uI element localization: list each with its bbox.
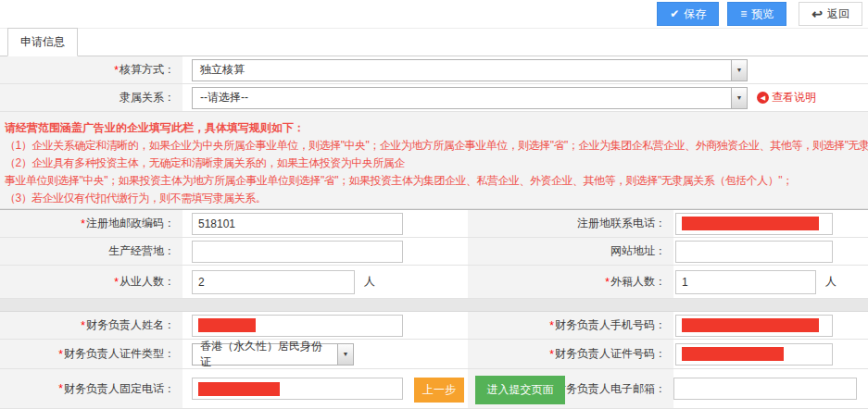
save-button-label: 保存 [684, 6, 706, 22]
list-icon: ≡ [740, 8, 747, 19]
affiliation-instructions: 请经营范围涵盖广告业的企业填写此栏，具体填写规则如下： （1）企业关系确定和清晰… [0, 112, 868, 209]
affiliation-select[interactable]: --请选择-- ▼ [192, 87, 748, 109]
affiliation-value: --请选择-- [193, 90, 731, 105]
row-employee-counts: * 从业人数： 人 * 外籍人数： 人 [0, 266, 868, 299]
row-postal-phone: * 注册地邮政编码： 注册地联系电话： [0, 209, 868, 238]
required-mark: * [58, 382, 63, 395]
return-arrow-icon: ↩ [811, 7, 823, 20]
row-finance-id: * 财务负责人证件类型： 香港（永久性）居民身份证 ▼ * 财务负责人证件号码： [0, 340, 868, 369]
required-mark: * [549, 319, 554, 332]
dropdown-arrow-icon[interactable]: ▼ [731, 60, 747, 81]
redaction-block [198, 318, 256, 332]
foreign-count-label: * 外籍人数： [468, 266, 673, 298]
required-mark: * [81, 319, 85, 332]
row-finance-phone-email: * 财务负责人固定电话： 财务负责人电子邮箱： 上一步 进入提交页面 [0, 369, 868, 409]
previous-step-button[interactable]: 上一步 [414, 378, 464, 403]
dropdown-arrow-icon[interactable]: ▼ [731, 88, 747, 108]
tab-bar: 申请信息 [0, 29, 868, 56]
row-address-website: 生产经营地： 网站地址： [0, 238, 868, 266]
accounting-method-value: 独立核算 [193, 62, 731, 78]
tab-application-info[interactable]: 申请信息 [7, 28, 78, 56]
finance-id-number-input[interactable] [675, 343, 833, 366]
go-to-submit-page-button[interactable]: 进入提交页面 [475, 376, 565, 404]
required-mark: * [58, 348, 63, 361]
finance-email-input[interactable] [673, 378, 857, 400]
preview-button-label: 预览 [751, 6, 774, 22]
dropdown-arrow-icon[interactable]: ▼ [337, 344, 353, 365]
redaction-block [682, 217, 819, 230]
website-input[interactable] [675, 241, 833, 263]
required-mark: * [605, 276, 610, 289]
save-button[interactable]: ✔ 保存 [657, 2, 719, 26]
notice-line: 事业单位则选择"中央"；如果投资主体为地方所属企事业单位则选择"省"；如果投资主… [5, 172, 868, 190]
view-instructions-label: 查看说明 [772, 90, 816, 105]
accounting-method-label: * 核算方式： [0, 56, 182, 83]
finance-fixed-phone-label: * 财务负责人固定电话： [0, 369, 182, 408]
notice-line: （1）企业关系确定和清晰的，如果企业为中央所属企事业单位，则选择"中央"；企业为… [5, 137, 868, 155]
finance-id-type-label: * 财务负责人证件类型： [0, 340, 182, 368]
foreign-count-unit: 人 [825, 274, 837, 290]
accounting-method-select[interactable]: 独立核算 ▼ [192, 59, 748, 81]
notice-title: 请经营范围涵盖广告业的企业填写此栏，具体填写规则如下： [5, 119, 868, 137]
required-mark: * [114, 276, 119, 289]
check-icon: ✔ [670, 8, 679, 19]
finance-mobile-label: * 财务负责人手机号码： [468, 312, 673, 339]
section-divider [0, 299, 868, 312]
business-address-input[interactable] [192, 241, 403, 263]
reg-phone-label: 注册地联系电话： [468, 210, 673, 237]
finance-id-type-value: 香港（永久性）居民身份证 [193, 339, 337, 370]
view-instructions-link[interactable]: ◀ 查看说明 [757, 90, 816, 105]
website-label: 网站地址： [468, 238, 673, 265]
redaction-block [198, 382, 280, 396]
finance-id-type-select[interactable]: 香港（永久性）居民身份证 ▼ [192, 343, 354, 366]
reg-phone-input[interactable] [675, 213, 833, 235]
back-button-label: 返回 [827, 6, 849, 22]
employee-count-label: * 从业人数： [0, 266, 182, 298]
row-accounting-method: * 核算方式： 独立核算 ▼ [0, 56, 868, 84]
help-arrow-icon: ◀ [757, 92, 769, 104]
finance-fixed-phone-input[interactable] [192, 378, 403, 400]
postal-code-input[interactable] [192, 213, 403, 235]
row-affiliation: 隶属关系： --请选择-- ▼ ◀ 查看说明 [0, 84, 868, 112]
notice-line: （2）企业具有多种投资主体，无确定和清晰隶属关系的，如果主体投资为中央所属企 [5, 155, 868, 172]
toolbar: ✔ 保存 ≡ 预览 ↩ 返回 [0, 0, 868, 29]
notice-line: （3）若企业仅有代扣代缴行为，则不需填写隶属关系。 [5, 190, 868, 207]
finance-name-label: * 财务负责人姓名： [0, 312, 182, 339]
preview-button[interactable]: ≡ 预览 [727, 2, 786, 26]
redaction-block [682, 347, 784, 361]
finance-mobile-input[interactable] [675, 315, 833, 337]
finance-name-input[interactable] [192, 315, 403, 337]
foreign-count-input[interactable] [675, 270, 816, 294]
postal-code-label: * 注册地邮政编码： [0, 210, 182, 237]
employee-count-unit: 人 [364, 274, 375, 290]
row-finance-name-mobile: * 财务负责人姓名： * 财务负责人手机号码： [0, 312, 868, 340]
business-address-label: 生产经营地： [0, 238, 182, 265]
back-button[interactable]: ↩ 返回 [799, 2, 862, 26]
redaction-block [682, 318, 819, 332]
required-mark: * [81, 217, 85, 230]
finance-id-number-label: * 财务负责人证件号码： [468, 340, 673, 368]
required-mark: * [114, 64, 119, 77]
employee-count-input[interactable] [192, 270, 355, 294]
affiliation-label: 隶属关系： [0, 84, 182, 111]
required-mark: * [549, 348, 554, 361]
